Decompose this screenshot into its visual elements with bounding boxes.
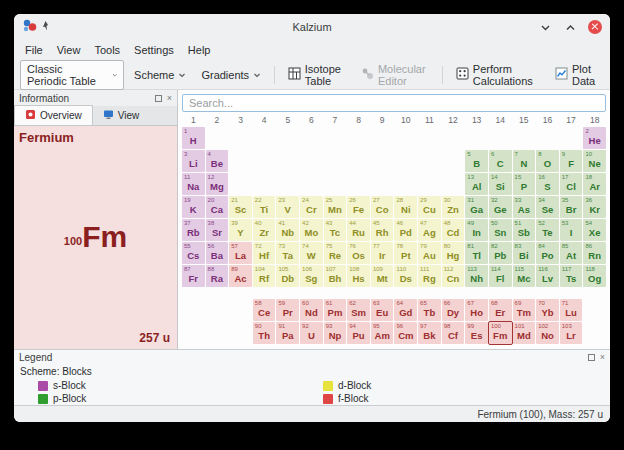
- element-cell-Pa[interactable]: 91Pa: [276, 322, 299, 344]
- element-cell-Eu[interactable]: 63Eu: [371, 299, 394, 321]
- element-cell-Sm[interactable]: 62Sm: [347, 299, 370, 321]
- element-cell-Ta[interactable]: 73Ta: [276, 242, 299, 264]
- element-cell-Be[interactable]: 4Be: [206, 150, 229, 172]
- element-cell-Y[interactable]: 39Y: [229, 219, 252, 241]
- menu-item-file[interactable]: File: [18, 40, 50, 60]
- float-panel-icon[interactable]: [155, 95, 162, 102]
- element-cell-Au[interactable]: 79Au: [418, 242, 441, 264]
- element-cell-Fe[interactable]: 26Fe: [347, 196, 370, 218]
- element-cell-Pd[interactable]: 46Pd: [394, 219, 417, 241]
- element-cell-Xe[interactable]: 54Xe: [583, 219, 606, 241]
- element-cell-Al[interactable]: 13Al: [465, 173, 488, 195]
- element-cell-Zn[interactable]: 30Zn: [442, 196, 465, 218]
- element-cell-K[interactable]: 19K: [182, 196, 205, 218]
- element-cell-Re[interactable]: 75Re: [324, 242, 347, 264]
- element-cell-Ni[interactable]: 28Ni: [394, 196, 417, 218]
- element-cell-Yb[interactable]: 70Yb: [536, 299, 559, 321]
- element-cell-Br[interactable]: 35Br: [560, 196, 583, 218]
- element-cell-In[interactable]: 49In: [465, 219, 488, 241]
- element-cell-W[interactable]: 74W: [300, 242, 323, 264]
- element-cell-Fl[interactable]: 114Fl: [489, 265, 512, 287]
- element-cell-Cr[interactable]: 24Cr: [300, 196, 323, 218]
- element-cell-H[interactable]: 1H: [182, 127, 205, 149]
- element-cell-Mn[interactable]: 25Mn: [324, 196, 347, 218]
- element-cell-Lr[interactable]: 103Lr: [560, 322, 583, 344]
- element-cell-Li[interactable]: 3Li: [182, 150, 205, 172]
- element-cell-Ti[interactable]: 22Ti: [253, 196, 276, 218]
- element-cell-Lv[interactable]: 116Lv: [536, 265, 559, 287]
- element-cell-U[interactable]: 92U: [300, 322, 323, 344]
- element-cell-Tl[interactable]: 81Tl: [465, 242, 488, 264]
- element-cell-Es[interactable]: 99Es: [465, 322, 488, 344]
- element-cell-Ca[interactable]: 20Ca: [206, 196, 229, 218]
- element-cell-Ds[interactable]: 110Ds: [394, 265, 417, 287]
- float-panel-icon[interactable]: [588, 354, 595, 361]
- element-cell-F[interactable]: 9F: [560, 150, 583, 172]
- element-cell-La[interactable]: 57La: [229, 242, 252, 264]
- element-cell-Pr[interactable]: 59Pr: [276, 299, 299, 321]
- element-cell-I[interactable]: 53I: [560, 219, 583, 241]
- element-cell-Kr[interactable]: 36Kr: [583, 196, 606, 218]
- table-type-select[interactable]: Classic Periodic Table: [20, 60, 124, 90]
- element-cell-Tc[interactable]: 43Tc: [324, 219, 347, 241]
- element-cell-Bh[interactable]: 107Bh: [324, 265, 347, 287]
- tab-overview[interactable]: Overview: [14, 105, 93, 125]
- element-cell-Bi[interactable]: 83Bi: [513, 242, 536, 264]
- element-cell-Pb[interactable]: 82Pb: [489, 242, 512, 264]
- element-cell-Cm[interactable]: 96Cm: [394, 322, 417, 344]
- element-cell-Sr[interactable]: 38Sr: [206, 219, 229, 241]
- element-cell-Dy[interactable]: 66Dy: [442, 299, 465, 321]
- element-cell-Sg[interactable]: 106Sg: [300, 265, 323, 287]
- element-cell-Mc[interactable]: 115Mc: [513, 265, 536, 287]
- element-cell-Ir[interactable]: 77Ir: [371, 242, 394, 264]
- element-cell-Mg[interactable]: 12Mg: [206, 173, 229, 195]
- element-cell-Ru[interactable]: 44Ru: [347, 219, 370, 241]
- element-cell-C[interactable]: 6C: [489, 150, 512, 172]
- element-cell-Ne[interactable]: 10Ne: [583, 150, 606, 172]
- element-cell-Ba[interactable]: 56Ba: [206, 242, 229, 264]
- element-cell-Lu[interactable]: 71Lu: [560, 299, 583, 321]
- element-cell-Na[interactable]: 11Na: [182, 173, 205, 195]
- element-cell-Cu[interactable]: 29Cu: [418, 196, 441, 218]
- gradients-button[interactable]: Gradients: [196, 66, 266, 84]
- element-cell-Fm[interactable]: 100Fm: [489, 322, 512, 344]
- menu-item-view[interactable]: View: [50, 40, 88, 60]
- close-icon[interactable]: [588, 20, 602, 34]
- element-cell-Gd[interactable]: 64Gd: [394, 299, 417, 321]
- element-cell-Si[interactable]: 14Si: [489, 173, 512, 195]
- element-cell-B[interactable]: 5B: [465, 150, 488, 172]
- element-cell-Ag[interactable]: 47Ag: [418, 219, 441, 241]
- element-cell-Hs[interactable]: 108Hs: [347, 265, 370, 287]
- element-cell-Og[interactable]: 118Og: [583, 265, 606, 287]
- element-cell-Bk[interactable]: 97Bk: [418, 322, 441, 344]
- element-cell-Am[interactable]: 95Am: [371, 322, 394, 344]
- element-cell-Pt[interactable]: 78Pt: [394, 242, 417, 264]
- menu-item-tools[interactable]: Tools: [87, 40, 127, 60]
- maximize-icon[interactable]: [563, 20, 577, 34]
- element-cell-Cs[interactable]: 55Cs: [182, 242, 205, 264]
- element-cell-Tb[interactable]: 65Tb: [418, 299, 441, 321]
- element-cell-Ra[interactable]: 88Ra: [206, 265, 229, 287]
- element-cell-Cf[interactable]: 98Cf: [442, 322, 465, 344]
- element-cell-Os[interactable]: 76Os: [347, 242, 370, 264]
- element-cell-Cd[interactable]: 48Cd: [442, 219, 465, 241]
- element-cell-Ho[interactable]: 67Ho: [465, 299, 488, 321]
- element-cell-As[interactable]: 33As: [513, 196, 536, 218]
- element-cell-Cn[interactable]: 112Cn: [442, 265, 465, 287]
- element-cell-Sb[interactable]: 51Sb: [513, 219, 536, 241]
- element-cell-Ac[interactable]: 89Ac: [229, 265, 252, 287]
- element-cell-Np[interactable]: 93Np: [324, 322, 347, 344]
- element-cell-Rn[interactable]: 86Rn: [583, 242, 606, 264]
- element-cell-Nd[interactable]: 60Nd: [300, 299, 323, 321]
- element-cell-Rf[interactable]: 104Rf: [253, 265, 276, 287]
- element-cell-V[interactable]: 23V: [276, 196, 299, 218]
- element-cell-Po[interactable]: 84Po: [536, 242, 559, 264]
- element-cell-Nb[interactable]: 41Nb: [276, 219, 299, 241]
- perform-calculations-button[interactable]: Perform Calculations: [451, 60, 545, 90]
- isotope-table-button[interactable]: Isotope Table: [283, 60, 351, 90]
- menu-item-settings[interactable]: Settings: [127, 40, 181, 60]
- element-cell-Co[interactable]: 27Co: [371, 196, 394, 218]
- element-cell-Zr[interactable]: 40Zr: [253, 219, 276, 241]
- element-cell-Ge[interactable]: 32Ge: [489, 196, 512, 218]
- close-panel-icon[interactable]: ×: [167, 94, 172, 103]
